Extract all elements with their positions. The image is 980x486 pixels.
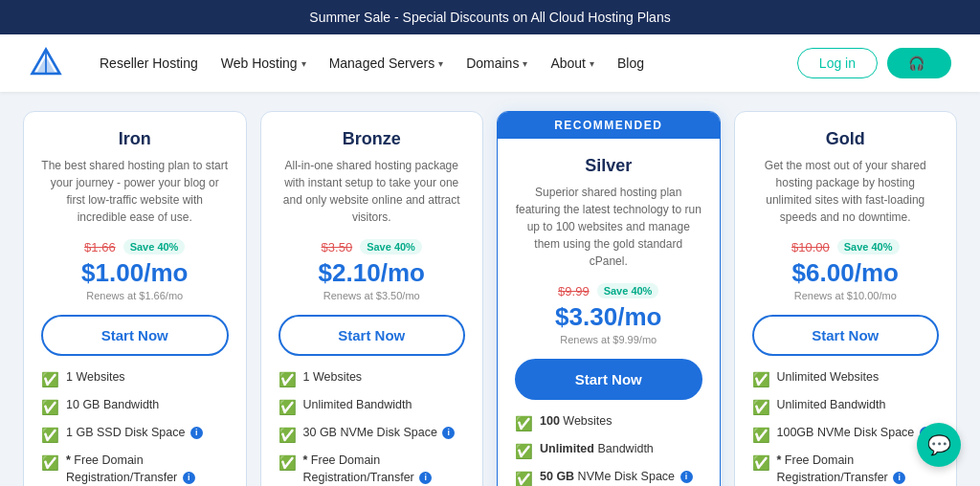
save-badge-gold: Save 40% [837, 239, 900, 254]
features-list-iron: ✅ 1 Websites ✅ 10 GB Bandwidth ✅ 1 GB SS… [24, 356, 246, 486]
pricing-section: Iron The best shared hosting plan to sta… [0, 92, 980, 486]
check-icon: ✅ [278, 369, 297, 389]
feature-text: 100 Websites [540, 413, 612, 431]
old-price-silver: $9.99 [558, 284, 590, 298]
feature-text: Unlimited Websites [777, 369, 880, 387]
nav-managed-servers[interactable]: Managed Servers ▾ [329, 55, 444, 71]
headset-icon: 🎧 [908, 55, 924, 71]
chat-bubble[interactable]: 💬 [917, 423, 961, 467]
recommended-badge: RECOMMENDED [498, 112, 720, 139]
chevron-down-icon: ▾ [438, 58, 443, 69]
feature-item: ✅ Unlimited Websites [752, 369, 940, 389]
new-price-gold: $6.00/mo [792, 258, 899, 288]
save-badge-iron: Save 40% [123, 239, 186, 254]
feature-item: ✅ 30 GB NVMe Disk Space i [278, 425, 466, 445]
old-price-bronze: $3.50 [322, 240, 353, 254]
feature-item: ✅ * Free Domain Registration/Transfer i [278, 453, 466, 486]
pricing-card-iron: Iron The best shared hosting plan to sta… [23, 111, 247, 486]
plan-name-iron: Iron [119, 129, 151, 149]
new-price-bronze: $2.10/mo [319, 258, 425, 288]
feature-text: 1 GB SSD Disk Space i [66, 425, 203, 442]
feature-item: ✅ 1 Websites [278, 369, 466, 389]
feature-text: Unlimited Bandwidth [540, 441, 654, 458]
nav-about[interactable]: About ▾ [550, 55, 594, 71]
feature-text: 50 GB NVMe Disk Space i [540, 469, 693, 486]
features-list-bronze: ✅ 1 Websites ✅ Unlimited Bandwidth ✅ 30 … [261, 356, 483, 486]
plan-name-silver: Silver [585, 156, 632, 176]
feature-item: ✅ 50 GB NVMe Disk Space i [515, 469, 702, 486]
feature-item: ✅ 100 Websites [515, 413, 702, 433]
feature-text: 1 Websites [66, 369, 125, 387]
feature-item: ✅ 100GB NVMe Disk Space i [752, 425, 940, 445]
feature-text: * Free Domain Registration/Transfer i [777, 453, 940, 486]
feature-item: ✅ Unlimited Bandwidth [278, 397, 466, 417]
feature-text: Unlimited Bandwidth [777, 397, 886, 414]
check-icon: ✅ [41, 425, 59, 445]
check-icon: ✅ [278, 425, 297, 445]
plan-desc-silver: Superior shared hosting plan featuring t… [515, 184, 702, 270]
feature-text: 30 GB NVMe Disk Space i [303, 425, 456, 442]
chat-icon: 💬 [927, 433, 951, 456]
start-button-silver[interactable]: Start Now [515, 359, 702, 400]
check-icon: ✅ [515, 441, 533, 461]
check-icon: ✅ [515, 413, 533, 433]
logo[interactable] [29, 46, 63, 80]
login-button[interactable]: Log in [797, 48, 878, 78]
check-icon: ✅ [515, 469, 533, 486]
start-button-bronze[interactable]: Start Now [278, 315, 466, 356]
nav-blog[interactable]: Blog [617, 55, 644, 71]
info-icon[interactable]: i [183, 472, 195, 484]
renews-gold: Renews at $10.00/mo [794, 290, 897, 301]
top-banner: Summer Sale - Special Discounts on All C… [0, 0, 980, 34]
plan-desc-bronze: All-in-one shared hosting package with i… [278, 157, 466, 226]
save-badge-bronze: Save 40% [360, 239, 422, 254]
info-icon[interactable]: i [680, 471, 693, 483]
old-price-gold: $10.00 [791, 240, 830, 254]
check-icon: ✅ [41, 397, 59, 417]
pricing-card-silver: RECOMMENDED Silver Superior shared hosti… [497, 111, 721, 486]
check-icon: ✅ [41, 453, 59, 473]
new-price-silver: $3.30/mo [555, 302, 661, 332]
feature-text: * Free Domain Registration/Transfer i [66, 453, 229, 486]
nav-buttons: Log in 🎧 [797, 48, 951, 78]
support-button[interactable]: 🎧 [887, 48, 951, 78]
chevron-down-icon: ▾ [523, 58, 527, 69]
feature-item: ✅ Unlimited Bandwidth [515, 441, 702, 461]
renews-iron: Renews at $1.66/mo [86, 290, 183, 301]
plan-desc-gold: Get the most out of your shared hosting … [752, 157, 940, 226]
renews-bronze: Renews at $3.50/mo [323, 290, 420, 301]
feature-item: ✅ 1 Websites [41, 369, 229, 389]
info-icon[interactable]: i [190, 427, 203, 439]
info-icon[interactable]: i [419, 472, 432, 484]
feature-item: ✅ 1 GB SSD Disk Space i [41, 425, 229, 445]
nav-domains[interactable]: Domains ▾ [466, 55, 527, 71]
features-list-silver: ✅ 100 Websites ✅ Unlimited Bandwidth ✅ 5… [498, 400, 720, 486]
check-icon: ✅ [752, 453, 770, 473]
chevron-down-icon: ▾ [301, 58, 306, 69]
feature-item: ✅ * Free Domain Registration/Transfer i [752, 453, 940, 486]
check-icon: ✅ [41, 369, 59, 389]
feature-text: * Free Domain Registration/Transfer i [303, 453, 466, 486]
feature-text: 10 GB Bandwidth [66, 397, 159, 414]
check-icon: ✅ [278, 453, 297, 473]
save-badge-silver: Save 40% [597, 283, 659, 298]
start-button-iron[interactable]: Start Now [41, 315, 229, 356]
feature-text: 100GB NVMe Disk Space i [777, 425, 932, 442]
features-list-gold: ✅ Unlimited Websites ✅ Unlimited Bandwid… [735, 356, 957, 486]
chevron-down-icon: ▾ [590, 58, 594, 69]
nav-reseller-hosting[interactable]: Reseller Hosting [100, 55, 198, 71]
plan-name-bronze: Bronze [343, 129, 401, 149]
feature-text: 1 Websites [303, 369, 363, 387]
feature-item: ✅ 10 GB Bandwidth [41, 397, 229, 417]
pricing-card-bronze: Bronze All-in-one shared hosting package… [260, 111, 484, 486]
info-icon[interactable]: i [442, 427, 455, 439]
check-icon: ✅ [752, 425, 770, 445]
renews-silver: Renews at $9.99/mo [560, 334, 657, 345]
plan-name-gold: Gold [826, 129, 865, 149]
nav-web-hosting[interactable]: Web Hosting ▾ [221, 55, 306, 71]
info-icon[interactable]: i [893, 472, 905, 484]
check-icon: ✅ [278, 397, 297, 417]
navbar: Reseller Hosting Web Hosting ▾ Managed S… [0, 34, 980, 92]
check-icon: ✅ [752, 397, 770, 417]
start-button-gold[interactable]: Start Now [752, 315, 940, 356]
